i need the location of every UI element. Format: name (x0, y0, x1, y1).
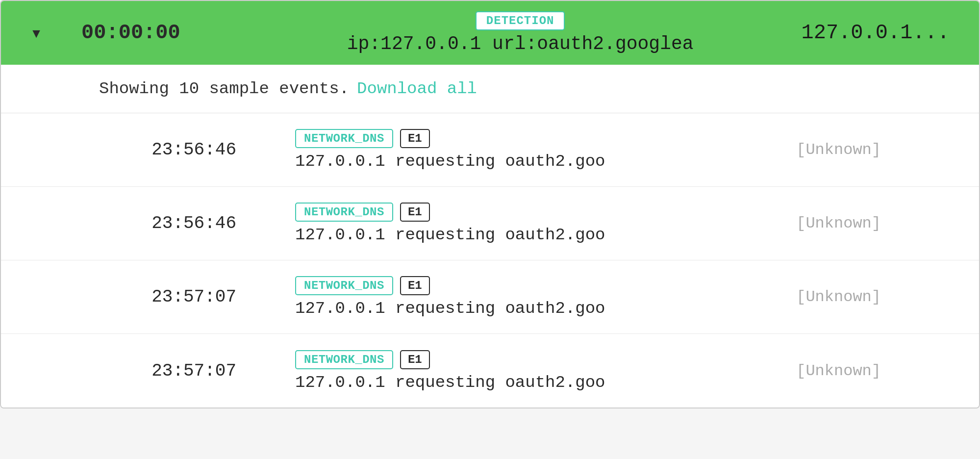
tag-e1-2: E1 (400, 276, 430, 295)
event-description-3: 127.0.0.1 requesting oauth2.goo (295, 373, 773, 392)
event-description-0: 127.0.0.1 requesting oauth2.goo (295, 152, 773, 171)
event-description-1: 127.0.0.1 requesting oauth2.goo (295, 226, 773, 244)
header-center: DETECTION ip:127.0.0.1 url:oauth2.google… (239, 11, 802, 54)
chevron-down-icon[interactable]: ▾ (30, 21, 42, 45)
event-status-2: [Unknown] (773, 288, 881, 306)
event-details-1: NETWORK_DNS E1 127.0.0.1 requesting oaut… (295, 203, 773, 244)
tag-e1-1: E1 (400, 203, 430, 222)
header-url-info: ip:127.0.0.1 url:oauth2.googlea (347, 33, 694, 54)
sample-events-text: Showing 10 sample events. (99, 79, 349, 98)
event-tags-0: NETWORK_DNS E1 (295, 129, 773, 148)
table-row: 23:56:46 NETWORK_DNS E1 127.0.0.1 reques… (1, 113, 979, 187)
event-tags-1: NETWORK_DNS E1 (295, 203, 773, 222)
header-ip-short: 127.0.0.1... (802, 21, 950, 45)
event-tags-2: NETWORK_DNS E1 (295, 276, 773, 295)
event-details-2: NETWORK_DNS E1 127.0.0.1 requesting oaut… (295, 276, 773, 318)
tag-network-dns-0: NETWORK_DNS (295, 129, 393, 148)
tag-network-dns-2: NETWORK_DNS (295, 276, 393, 295)
event-timestamp-3: 23:57:07 (99, 361, 236, 381)
event-details-3: NETWORK_DNS E1 127.0.0.1 requesting oaut… (295, 350, 773, 392)
sample-events-bar: Showing 10 sample events. Download all (1, 65, 979, 113)
header-row: ▾ 00:00:00 DETECTION ip:127.0.0.1 url:oa… (1, 1, 979, 65)
main-container: ▾ 00:00:00 DETECTION ip:127.0.0.1 url:oa… (0, 0, 980, 408)
event-status-3: [Unknown] (773, 362, 881, 380)
event-timestamp-2: 23:57:07 (99, 287, 236, 307)
tag-network-dns-1: NETWORK_DNS (295, 203, 393, 222)
tag-e1-3: E1 (400, 350, 430, 369)
table-row: 23:57:07 NETWORK_DNS E1 127.0.0.1 reques… (1, 260, 979, 334)
tag-network-dns-3: NETWORK_DNS (295, 350, 393, 369)
tag-e1-0: E1 (400, 129, 430, 148)
event-tags-3: NETWORK_DNS E1 (295, 350, 773, 369)
event-timestamp-0: 23:56:46 (99, 140, 236, 160)
event-timestamp-1: 23:56:46 (99, 213, 236, 233)
table-row: 23:57:07 NETWORK_DNS E1 127.0.0.1 reques… (1, 334, 979, 408)
event-details-0: NETWORK_DNS E1 127.0.0.1 requesting oaut… (295, 129, 773, 171)
event-description-2: 127.0.0.1 requesting oauth2.goo (295, 299, 773, 318)
download-all-link[interactable]: Download all (357, 79, 477, 98)
table-row: 23:56:46 NETWORK_DNS E1 127.0.0.1 reques… (1, 187, 979, 260)
header-timestamp: 00:00:00 (81, 21, 180, 45)
events-list: 23:56:46 NETWORK_DNS E1 127.0.0.1 reques… (1, 113, 979, 408)
event-status-0: [Unknown] (773, 141, 881, 159)
event-status-1: [Unknown] (773, 214, 881, 232)
detection-badge: DETECTION (476, 11, 565, 30)
